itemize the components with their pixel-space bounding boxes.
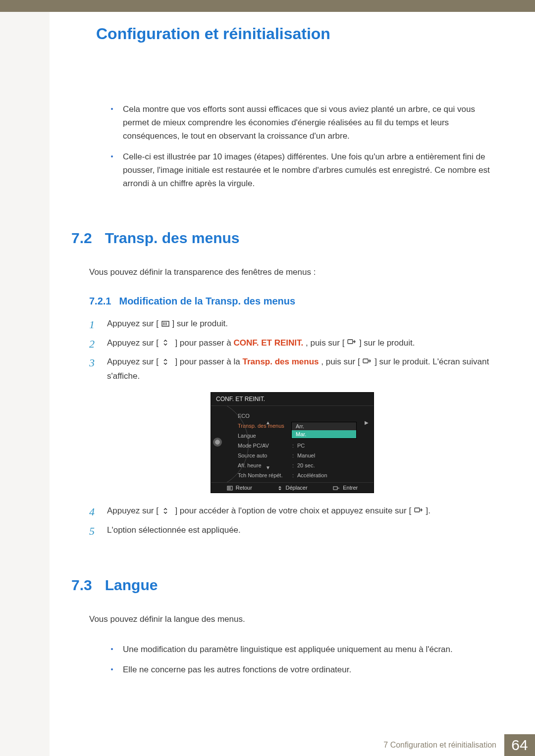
osd-footer-back: Retour <box>227 485 252 491</box>
arrow-up-icon: ▲ <box>266 420 270 425</box>
svg-rect-4 <box>348 340 353 344</box>
section-7-3: 7.3 Langue Vous pouvez définir la langue… <box>89 577 495 677</box>
osd-value: 20 sec. <box>297 462 369 468</box>
osd-side-decoration <box>211 406 237 482</box>
enter-icon <box>414 504 423 518</box>
step-text: Appuyez sur [ <box>107 357 159 366</box>
side-bar <box>0 12 50 756</box>
svg-rect-11 <box>415 508 420 512</box>
section-title: Transp. des menus <box>105 230 240 247</box>
footer-page-number: 64 <box>504 734 535 756</box>
steps-list: 1 Appuyez sur [ ] sur le produit. 2 Appu… <box>89 317 495 383</box>
osd-body: ▲ ▶ ECO Transp. des menus : Langue : Fr <box>211 406 374 482</box>
osd-dropdown: Arr. Mar. <box>291 422 357 439</box>
section-intro: Vous pouvez définir la langue des menus. <box>89 612 495 626</box>
subsection-title: Modification de la Transp. des menus <box>119 296 295 307</box>
osd-label: Aff. heure <box>238 462 292 468</box>
osd-label: ECO <box>238 413 292 419</box>
page-footer: 7 Configuration et réinitialisation 64 <box>50 734 535 756</box>
osd-row-mode: Mode PC/AV : PC <box>238 441 369 451</box>
menu-name-highlight: Transp. des menus <box>243 357 319 366</box>
step-text: Appuyez sur [ <box>107 319 159 328</box>
step-text: ]. <box>426 506 430 515</box>
menu-name-highlight: CONF. ET REINIT. <box>234 338 304 348</box>
up-down-icon <box>161 355 172 369</box>
step-text: ] sur le produit. <box>172 319 227 328</box>
osd-menu: ▲ ▶ ECO Transp. des menus : Langue : Fr <box>237 406 374 482</box>
step-text: ] sur le produit. <box>359 338 415 348</box>
step-1: 1 Appuyez sur [ ] sur le produit. <box>89 317 495 331</box>
intro-bullet: Celle-ci est illustrée par 10 images (ét… <box>109 150 495 191</box>
osd-panel: CONF. ET REINIT. ▲ ▶ ECO Transp. des men… <box>211 392 374 493</box>
osd-separator: : <box>292 462 297 468</box>
osd-label: Transp. des menus <box>238 423 292 429</box>
up-down-icon <box>161 336 172 350</box>
intro-bullet-list: Cela montre que vos efforts sont aussi e… <box>109 102 495 190</box>
arrow-right-icon: ▶ <box>365 420 369 425</box>
osd-separator: : <box>292 443 297 449</box>
step-3: 3 Appuyez sur [ ] pour passer à la Trans… <box>89 355 495 383</box>
intro-bullet: Cela montre que vos efforts sont aussi e… <box>109 102 495 143</box>
steps-list-cont: 4 Appuyez sur [ ] pour accéder à l'optio… <box>89 504 495 537</box>
enter-icon <box>347 336 356 350</box>
step-text: , puis sur [ <box>321 357 360 366</box>
footer-chapter-label: 7 Configuration et réinitialisation <box>383 741 504 750</box>
step-text: Appuyez sur [ <box>107 506 159 515</box>
osd-separator: : <box>292 472 297 478</box>
note-bullet-list: Une modification du paramètre linguistiq… <box>109 643 495 676</box>
step-number: 3 <box>89 354 95 372</box>
chapter-title: Configuration et réinitialisation <box>96 25 495 43</box>
step-text: ] pour passer à <box>175 338 233 348</box>
step-number: 2 <box>89 335 95 353</box>
osd-title: CONF. ET REINIT. <box>211 393 374 406</box>
step-text: L'option sélectionnée est appliquée. <box>107 525 241 535</box>
gear-icon <box>213 438 222 447</box>
section-intro: Vous pouvez définir la transparence des … <box>89 265 495 279</box>
note-bullet: Une modification du paramètre linguistiq… <box>109 643 495 656</box>
step-number: 1 <box>89 316 95 334</box>
note-block: Une modification du paramètre linguistiq… <box>89 643 495 676</box>
step-text: ] pour accéder à l'option de votre choix… <box>175 506 411 515</box>
osd-option-on: Mar. <box>292 430 356 438</box>
osd-separator: : <box>292 453 297 458</box>
osd-row-tch: Tch Nombre répét. : Accélération <box>238 470 369 480</box>
step-2: 2 Appuyez sur [ ] pour passer à CONF. ET… <box>89 336 495 351</box>
osd-footer: Retour Déplacer Entrer <box>211 482 374 493</box>
section-7-2: 7.2 Transp. des menus Vous pouvez défini… <box>89 230 495 537</box>
subsection-number: 7.2.1 <box>89 296 111 307</box>
step-number: 5 <box>89 522 95 540</box>
step-text: , puis sur [ <box>306 338 344 348</box>
arrow-down-icon: ▼ <box>266 465 270 470</box>
step-text: ] pour passer à la <box>175 357 242 366</box>
osd-value: PC <box>297 443 369 449</box>
section-heading: 7.3 Langue <box>71 577 495 594</box>
osd-label: Tch Nombre répét. <box>238 472 292 478</box>
section-number: 7.3 <box>71 577 92 594</box>
svg-rect-10 <box>333 487 337 490</box>
note-bullet: Elle ne concerne pas les autres fonction… <box>109 663 495 676</box>
osd-option-off: Arr. <box>292 422 356 430</box>
step-4: 4 Appuyez sur [ ] pour accéder à l'optio… <box>89 504 495 518</box>
osd-footer-enter: Entrer <box>333 485 358 491</box>
enter-icon <box>363 355 372 369</box>
osd-row-heure: Aff. heure : 20 sec. <box>238 460 369 470</box>
step-number: 4 <box>89 503 95 521</box>
osd-value: Manuel <box>297 453 369 458</box>
svg-rect-5 <box>363 359 368 363</box>
section-title: Langue <box>105 577 158 594</box>
page-content: Configuration et réinitialisation Cela m… <box>50 12 535 683</box>
menu-icon <box>161 317 169 331</box>
subsection-heading: 7.2.1 Modification de la Transp. des men… <box>89 296 495 307</box>
up-down-icon <box>161 504 172 518</box>
osd-screenshot: CONF. ET REINIT. ▲ ▶ ECO Transp. des men… <box>89 392 495 493</box>
section-heading: 7.2 Transp. des menus <box>71 230 495 247</box>
top-bar <box>0 0 535 12</box>
osd-row-eco: ECO <box>238 411 369 421</box>
osd-value: Accélération <box>297 472 369 478</box>
svg-rect-0 <box>162 321 169 326</box>
osd-row-source: Source auto : Manuel <box>238 451 369 460</box>
section-number: 7.2 <box>71 230 92 247</box>
osd-footer-move: Déplacer <box>277 485 307 491</box>
step-5: 5 L'option sélectionnée est appliquée. <box>89 523 495 537</box>
step-text: Appuyez sur [ <box>107 338 159 348</box>
